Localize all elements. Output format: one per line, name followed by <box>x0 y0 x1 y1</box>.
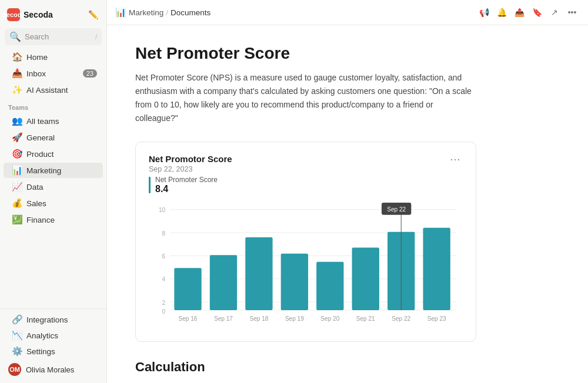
nav-label: Product <box>26 150 97 159</box>
breadcrumb-parent[interactable]: Marketing <box>129 8 163 17</box>
nav-label: Marketing <box>26 166 97 175</box>
svg-rect-12 <box>174 268 201 311</box>
sidebar-item-marketing[interactable]: 📊 Marketing <box>4 163 103 178</box>
nav-label: Finance <box>26 216 97 224</box>
breadcrumb-icon: 📊 <box>115 7 126 18</box>
sidebar-item-all-teams[interactable]: 👥 All teams <box>4 113 103 129</box>
sidebar-item-integrations[interactable]: 🔗 Integrations <box>4 312 103 327</box>
marketing-icon: 📊 <box>12 165 22 176</box>
topbar-action-updates[interactable]: 📢 <box>476 5 492 20</box>
inbox-badge: 23 <box>83 69 97 78</box>
chart-area: 10 8 6 4 2 0 <box>149 203 463 332</box>
nav-label: Home <box>26 53 97 62</box>
svg-text:6: 6 <box>162 253 166 260</box>
chart-svg: 10 8 6 4 2 0 <box>149 203 463 332</box>
integrations-icon: 🔗 <box>12 314 22 325</box>
analytics-icon: 📉 <box>12 330 22 341</box>
search-icon: 🔍 <box>9 31 21 42</box>
svg-text:Sep 18: Sep 18 <box>249 315 268 322</box>
svg-rect-15 <box>281 254 308 310</box>
chart-legend-info: Net Promoter Score 8.4 <box>155 176 218 194</box>
sidebar-header: Secoda Secoda ✏️ <box>0 5 106 25</box>
section-text: The NPS score is calculated using the fo… <box>135 381 560 383</box>
nav-label: Settings <box>26 347 97 356</box>
sidebar-item-settings[interactable]: ⚙️ Settings <box>4 344 103 359</box>
user-profile[interactable]: OM Olivia Morales <box>0 360 106 378</box>
breadcrumb-separator: / <box>166 8 168 17</box>
breadcrumb-current: Documents <box>171 8 211 17</box>
topbar-action-bookmark[interactable]: 🔖 <box>529 5 544 20</box>
chart-legend-name: Net Promoter Score <box>155 176 218 184</box>
sidebar-item-finance[interactable]: 💹 Finance <box>4 212 103 227</box>
svg-text:Sep 20: Sep 20 <box>320 315 339 322</box>
home-icon: 🏠 <box>12 52 22 62</box>
section-title: Calculation <box>135 360 560 375</box>
sidebar-item-general[interactable]: 🚀 General <box>4 130 103 145</box>
svg-text:Sep 22: Sep 22 <box>387 206 406 213</box>
chart-card: Net Promotor Score Sep 22, 2023 ⋯ Net Pr… <box>135 142 476 342</box>
svg-text:Sep 16: Sep 16 <box>179 315 198 322</box>
all-teams-icon: 👥 <box>12 116 22 126</box>
nav-label: Integrations <box>26 315 97 324</box>
search-shortcut: / <box>95 33 97 41</box>
settings-icon: ⚙️ <box>12 346 22 357</box>
breadcrumb: 📊 Marketing / Documents <box>115 7 211 18</box>
nav-label: All teams <box>26 117 97 126</box>
sidebar-action-btn[interactable]: ✏️ <box>85 7 101 22</box>
chart-title-group: Net Promotor Score Sep 22, 2023 <box>149 154 232 173</box>
nav-label: Inbox <box>26 69 79 78</box>
sidebar-nav-item-inbox[interactable]: 📥 Inbox 23 <box>4 66 103 81</box>
finance-icon: 💹 <box>12 214 22 225</box>
svg-text:Sep 17: Sep 17 <box>214 315 233 322</box>
chart-legend-value: 8.4 <box>155 184 218 194</box>
sidebar-item-data[interactable]: 📈 Data <box>4 179 103 194</box>
svg-rect-19 <box>423 228 450 310</box>
page-description: Net Promoter Score (NPS) is a measure us… <box>135 71 476 125</box>
sidebar-item-product[interactable]: 🎯 Product <box>4 146 103 162</box>
svg-text:2: 2 <box>162 298 166 306</box>
avatar: OM <box>8 363 21 376</box>
search-bar[interactable]: 🔍 Search / <box>5 28 102 45</box>
svg-text:Sep 22: Sep 22 <box>392 315 410 322</box>
nav-label: Analytics <box>26 331 97 340</box>
svg-text:0: 0 <box>162 307 166 315</box>
chart-more-button[interactable]: ⋯ <box>447 154 463 164</box>
nav-label: AI Assistant <box>26 86 97 95</box>
user-name: Olivia Morales <box>26 365 74 374</box>
chart-legend-bar <box>149 177 151 193</box>
app-name: Secoda <box>24 10 53 19</box>
topbar-action-open[interactable]: ↗ <box>547 5 562 20</box>
chart-legend: Net Promoter Score 8.4 <box>149 176 463 194</box>
svg-rect-17 <box>352 248 379 311</box>
topbar: 📊 Marketing / Documents 📢 🔔 📤 🔖 ↗ ••• <box>107 0 588 25</box>
svg-rect-16 <box>316 262 343 310</box>
svg-text:4: 4 <box>162 276 166 283</box>
ai-icon: ✨ <box>12 85 22 95</box>
svg-text:8: 8 <box>162 229 166 237</box>
logo-icon: Secoda <box>7 8 20 21</box>
nav-label: General <box>26 133 97 142</box>
general-icon: 🚀 <box>12 132 22 143</box>
chart-date: Sep 22, 2023 <box>149 165 232 173</box>
svg-rect-13 <box>210 256 237 311</box>
svg-text:10: 10 <box>159 206 165 214</box>
chart-card-header: Net Promotor Score Sep 22, 2023 ⋯ <box>149 154 463 173</box>
svg-rect-14 <box>245 237 272 310</box>
data-icon: 📈 <box>12 182 22 192</box>
teams-section-label: Teams <box>0 98 106 113</box>
search-label: Search <box>25 32 92 41</box>
sidebar-item-analytics[interactable]: 📉 Analytics <box>4 328 103 343</box>
page-content: Net Promoter Score Net Promoter Score (N… <box>107 25 588 383</box>
svg-text:Sep 19: Sep 19 <box>285 315 304 322</box>
topbar-action-more[interactable]: ••• <box>564 5 580 20</box>
sidebar-item-sales[interactable]: 💰 Sales <box>4 196 103 211</box>
product-icon: 🎯 <box>12 149 22 159</box>
app-logo[interactable]: Secoda Secoda <box>7 8 53 21</box>
sidebar-nav-item-home[interactable]: 🏠 Home <box>4 49 103 65</box>
sidebar: Secoda Secoda ✏️ 🔍 Search / 🏠 Home 📥 Inb… <box>0 0 107 383</box>
topbar-action-bell[interactable]: 🔔 <box>494 5 509 20</box>
topbar-action-share[interactable]: 📤 <box>512 5 527 20</box>
page-title: Net Promoter Score <box>135 44 560 63</box>
sidebar-nav-item-ai[interactable]: ✨ AI Assistant <box>4 82 103 98</box>
sidebar-top-actions: ✏️ <box>85 7 101 22</box>
